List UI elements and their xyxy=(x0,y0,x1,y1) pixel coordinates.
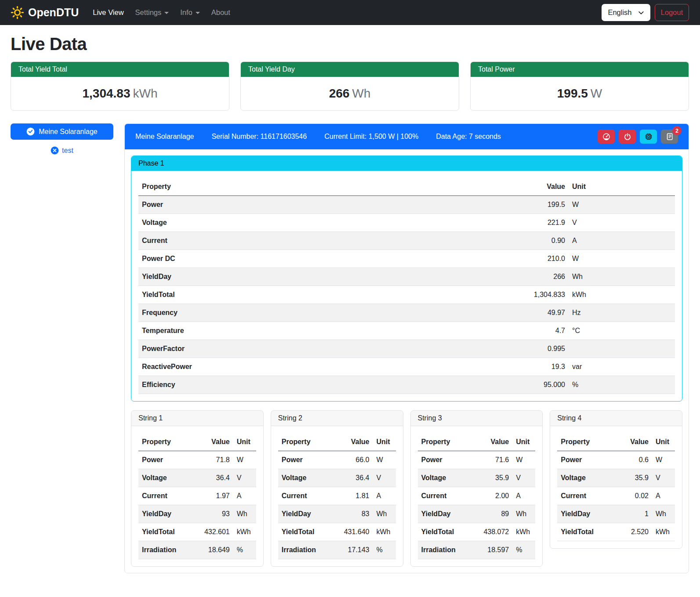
phase-panel-title: Phase 1 xyxy=(131,156,682,171)
value-cell: 71.8 xyxy=(195,451,233,469)
table-row: Voltage 221.9 V xyxy=(138,214,675,232)
value-cell: 0.6 xyxy=(613,451,652,469)
nav-item-about[interactable]: About xyxy=(207,5,235,20)
property-cell: YieldTotal xyxy=(557,523,613,541)
nav-links: Live View Settings Info About xyxy=(88,5,235,20)
x-circle-icon xyxy=(51,146,59,155)
summary-card-total-yield-total: Total Yield Total 1,304.83kWh xyxy=(11,62,229,111)
brand-link[interactable]: OpenDTU xyxy=(11,6,79,19)
power-button[interactable] xyxy=(619,130,636,144)
column-header-property: Property xyxy=(418,433,474,451)
phase-table: Property Value Unit Power 199.5 W Voltag… xyxy=(138,178,675,394)
unit-cell: Hz xyxy=(569,304,675,322)
unit-cell: V xyxy=(652,469,675,487)
unit-cell: W xyxy=(373,451,396,469)
inverter-limit: Current Limit: 1,500 W | 100% xyxy=(324,133,418,141)
value-cell: 0.02 xyxy=(613,487,652,505)
table-header-row: Property Value Unit xyxy=(418,433,536,451)
property-cell: Voltage xyxy=(418,469,474,487)
inverter-item-test[interactable]: test xyxy=(11,146,113,155)
restart-device-button[interactable] xyxy=(640,130,657,144)
brand-label: OpenDTU xyxy=(28,6,79,19)
table-row: ReactivePower 19.3 var xyxy=(138,358,675,376)
value-cell: 1.81 xyxy=(334,487,373,505)
unit-cell: A xyxy=(233,487,256,505)
nav-item-label: Live View xyxy=(93,8,123,17)
value-cell: 2.00 xyxy=(474,487,512,505)
top-navbar: OpenDTU Live View Settings Info About En… xyxy=(0,0,700,25)
summary-card-title: Total Yield Day xyxy=(241,62,459,77)
speedometer-icon xyxy=(602,133,610,141)
value-cell: 35.9 xyxy=(613,469,652,487)
string-card: String 3 Property Value Unit Power 71.6 … xyxy=(410,410,543,567)
unit-cell: kWh xyxy=(373,523,396,541)
nav-item-info[interactable]: Info xyxy=(176,5,204,20)
table-row: Temperature 4.7 °C xyxy=(138,322,675,340)
property-cell: Current xyxy=(418,487,474,505)
value-cell: 83 xyxy=(334,505,373,523)
value-cell: 1 xyxy=(613,505,652,523)
logout-button[interactable]: Logout xyxy=(655,4,689,21)
inverter-select-button[interactable]: Meine Solaranlage xyxy=(11,123,113,140)
unit-cell: kWh xyxy=(569,286,675,304)
column-header-unit: Unit xyxy=(373,433,396,451)
string-card-title: String 2 xyxy=(271,411,403,426)
summary-card-value: 266 xyxy=(329,87,350,100)
summary-card-unit: W xyxy=(591,87,602,100)
nav-item-label: About xyxy=(211,8,230,17)
property-cell: Voltage xyxy=(138,214,503,232)
event-log-button[interactable]: 2 xyxy=(661,130,678,144)
table-row: Current 2.00 A xyxy=(418,487,536,505)
table-header-row: Property Value Unit xyxy=(278,433,396,451)
value-cell: 66.0 xyxy=(334,451,373,469)
table-row: Voltage 36.4 V xyxy=(278,469,396,487)
unit-cell: Wh xyxy=(233,505,256,523)
table-row: Power 71.8 W xyxy=(138,451,256,469)
column-header-property: Property xyxy=(138,433,195,451)
check-circle-icon xyxy=(26,127,35,136)
value-cell: 0.90 xyxy=(503,232,569,250)
cpu-icon xyxy=(645,133,653,141)
property-cell: Power DC xyxy=(138,250,503,268)
string-card: String 1 Property Value Unit Power 71.8 … xyxy=(131,410,264,567)
value-cell: 2.520 xyxy=(613,523,652,541)
nav-item-live-view[interactable]: Live View xyxy=(88,5,128,20)
column-header-property: Property xyxy=(278,433,334,451)
property-cell: Voltage xyxy=(138,469,195,487)
unit-cell: kWh xyxy=(652,523,675,541)
value-cell: 71.6 xyxy=(474,451,512,469)
unit-cell: W xyxy=(652,451,675,469)
nav-item-settings[interactable]: Settings xyxy=(131,5,174,20)
summary-card-value: 199.5 xyxy=(557,87,588,100)
table-row: Voltage 36.4 V xyxy=(138,469,256,487)
property-cell: YieldTotal xyxy=(418,523,474,541)
value-cell: 431.640 xyxy=(334,523,373,541)
table-row: YieldTotal 438.072 kWh xyxy=(418,523,536,541)
table-row: Power 66.0 W xyxy=(278,451,396,469)
table-row: YieldDay 1 Wh xyxy=(557,505,675,523)
chevron-down-icon xyxy=(638,10,644,16)
chevron-down-icon xyxy=(196,12,200,14)
property-cell: YieldDay xyxy=(418,505,474,523)
string-card: String 4 Property Value Unit Power 0.6 W… xyxy=(550,410,682,549)
language-select[interactable]: English xyxy=(602,4,650,21)
value-cell: 18.649 xyxy=(195,541,233,559)
column-header-unit: Unit xyxy=(512,433,535,451)
unit-cell: kWh xyxy=(233,523,256,541)
table-row: Efficiency 95.000 % xyxy=(138,376,675,394)
property-cell: Temperature xyxy=(138,322,503,340)
value-cell: 49.97 xyxy=(503,304,569,322)
column-header-value: Value xyxy=(613,433,652,451)
string-table: Property Value Unit Power 66.0 W Voltage… xyxy=(278,433,396,559)
value-cell: 438.072 xyxy=(474,523,512,541)
value-cell: 19.3 xyxy=(503,358,569,376)
language-select-value: English xyxy=(608,8,631,17)
inverter-card-header: Meine Solaranlage Serial Number: 1161716… xyxy=(125,124,689,149)
limit-settings-button[interactable] xyxy=(598,130,615,144)
value-cell: 1.97 xyxy=(195,487,233,505)
string-card-title: String 4 xyxy=(550,411,682,426)
property-cell: YieldTotal xyxy=(278,523,334,541)
property-cell: YieldTotal xyxy=(138,523,195,541)
value-cell: 266 xyxy=(503,268,569,286)
property-cell: Power xyxy=(278,451,334,469)
